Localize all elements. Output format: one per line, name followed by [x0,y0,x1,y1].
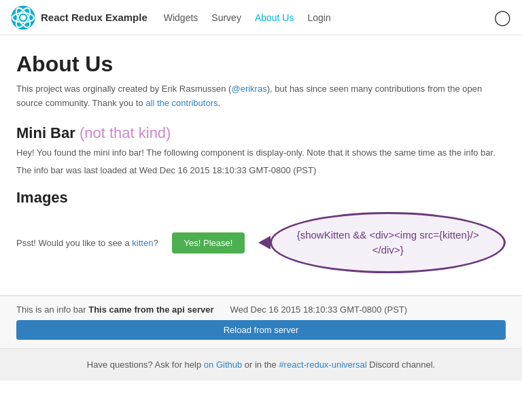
footer-text-after: Discord channel. [367,360,435,370]
info-bar-text: This is an info bar This came from the a… [16,304,213,315]
images-heading: Images [16,189,506,207]
intro-text-after: . [218,98,221,108]
kitten-link[interactable]: kitten [132,238,153,248]
reload-button[interactable]: Reload from server [16,320,506,340]
nav-right: ◯ [494,9,511,27]
info-bar: This is an info bar This came from the a… [0,296,522,348]
mini-bar-description: Hey! You found the mini info bar! The fo… [16,146,506,160]
intro-paragraph: This project was orginally created by Er… [16,82,506,111]
footer-text-before: Have questions? Ask for help [87,360,204,370]
contributors-link[interactable]: all the contributors [145,98,218,108]
mini-bar-heading: Mini Bar (not that kind) [16,124,506,142]
brand-logo [11,5,35,30]
main-content: About Us This project was orginally crea… [0,35,522,295]
intro-text-before: This project was orginally created by Er… [16,84,231,94]
nav-survey[interactable]: Survey [211,12,241,23]
page-title: About Us [16,52,506,77]
kitten-prompt: Psst! Would you like to see a kitten? [16,238,158,248]
brand-link[interactable]: React Redux Example [11,5,147,30]
callout-container: {showKitten && <div><img src={kitten}/><… [258,212,506,273]
navbar: React Redux Example Widgets Survey About… [0,0,522,35]
github-icon[interactable]: ◯ [494,9,511,26]
images-row: Psst! Would you like to see a kitten? Ye… [16,212,506,273]
info-bar-row: This is an info bar This came from the a… [16,304,506,315]
erikras-link[interactable]: @erikras [231,84,266,94]
footer: Have questions? Ask for help on Github o… [0,348,522,381]
images-section: Images Psst! Would you like to see a kit… [16,189,506,273]
nav-about[interactable]: About Us [255,12,294,23]
github-link[interactable]: on Github [204,360,242,370]
callout-tail [258,236,271,249]
nav-links: Widgets Survey About Us Login [164,12,494,23]
svg-point-4 [20,15,26,20]
nav-login[interactable]: Login [307,12,330,23]
discord-link[interactable]: #react-redux-universal [279,360,366,370]
yes-please-button[interactable]: Yes! Please! [172,232,245,253]
brand-label: React Redux Example [41,12,147,23]
footer-text-middle: or in the [242,360,279,370]
last-loaded-time: The info bar was last loaded at Wed Dec … [16,165,506,175]
callout-bubble: {showKitten && <div><img src={kitten}/><… [270,212,506,273]
info-bar-timestamp: Wed Dec 16 2015 18:10:33 GMT-0800 (PST) [230,304,407,315]
nav-widgets[interactable]: Widgets [164,12,198,23]
